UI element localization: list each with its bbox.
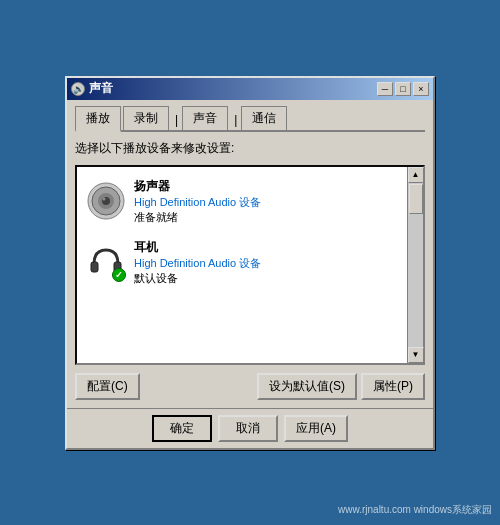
tab-separator-2: |	[230, 110, 241, 130]
content-area: 播放 录制 | 声音 | 通信 选择以下播放设备来修改设置:	[67, 100, 433, 408]
device-item-headphone[interactable]: ✓ 耳机 High Definition Audio 设备 默认设备	[81, 232, 403, 293]
tab-sound[interactable]: 声音	[182, 106, 228, 130]
cancel-button[interactable]: 取消	[218, 415, 278, 442]
apply-button[interactable]: 应用(A)	[284, 415, 348, 442]
tab-communication[interactable]: 通信	[241, 106, 287, 130]
speaker-status: 准备就绪	[134, 210, 398, 225]
headphone-sub: High Definition Audio 设备	[134, 256, 398, 271]
ok-button[interactable]: 确定	[152, 415, 212, 442]
speaker-svg-icon	[86, 181, 126, 221]
title-bar-left: 🔊 声音	[71, 80, 113, 97]
main-window: 🔊 声音 ─ □ × 播放 录制 | 声音 | 通信 选择以下播放设备来修改设置…	[65, 76, 435, 450]
speaker-sub: High Definition Audio 设备	[134, 195, 398, 210]
headphone-icon-container: ✓	[86, 242, 126, 282]
tab-separator-1: |	[171, 110, 182, 130]
svg-rect-5	[91, 262, 98, 272]
headphone-status: 默认设备	[134, 271, 398, 286]
instruction-text: 选择以下播放设备来修改设置:	[75, 140, 425, 157]
title-bar: 🔊 声音 ─ □ ×	[67, 78, 433, 100]
minimize-button[interactable]: ─	[377, 82, 393, 96]
speaker-name: 扬声器	[134, 178, 398, 195]
watermark: www.rjnaltu.com windows系统家园	[338, 503, 492, 517]
svg-point-4	[103, 198, 106, 201]
speaker-icon-container	[86, 181, 126, 221]
device-item-speaker[interactable]: 扬声器 High Definition Audio 设备 准备就绪	[81, 171, 403, 232]
properties-button[interactable]: 属性(P)	[361, 373, 425, 400]
action-buttons: 设为默认值(S) 属性(P)	[257, 373, 425, 400]
close-button[interactable]: ×	[413, 82, 429, 96]
configure-button[interactable]: 配置(C)	[75, 373, 140, 400]
default-check-icon: ✓	[112, 268, 126, 282]
title-buttons: ─ □ ×	[377, 82, 429, 96]
window-title: 声音	[89, 80, 113, 97]
set-default-button[interactable]: 设为默认值(S)	[257, 373, 357, 400]
device-list: 扬声器 High Definition Audio 设备 准备就绪	[75, 165, 425, 365]
tab-bar: 播放 录制 | 声音 | 通信	[75, 106, 425, 132]
tab-recording[interactable]: 录制	[123, 106, 169, 130]
scroll-thumb[interactable]	[409, 184, 423, 214]
dialog-buttons: 确定 取消 应用(A)	[67, 408, 433, 448]
tab-playback[interactable]: 播放	[75, 106, 121, 132]
maximize-button[interactable]: □	[395, 82, 411, 96]
headphone-info: 耳机 High Definition Audio 设备 默认设备	[134, 239, 398, 286]
scroll-down-button[interactable]: ▼	[408, 347, 424, 363]
device-items: 扬声器 High Definition Audio 设备 准备就绪	[77, 167, 407, 363]
scroll-track	[408, 183, 423, 347]
scrollbar: ▲ ▼	[407, 167, 423, 363]
scroll-up-button[interactable]: ▲	[408, 167, 424, 183]
headphone-name: 耳机	[134, 239, 398, 256]
speaker-info: 扬声器 High Definition Audio 设备 准备就绪	[134, 178, 398, 225]
window-icon: 🔊	[71, 82, 85, 96]
bottom-buttons: 配置(C) 设为默认值(S) 属性(P)	[75, 373, 425, 400]
